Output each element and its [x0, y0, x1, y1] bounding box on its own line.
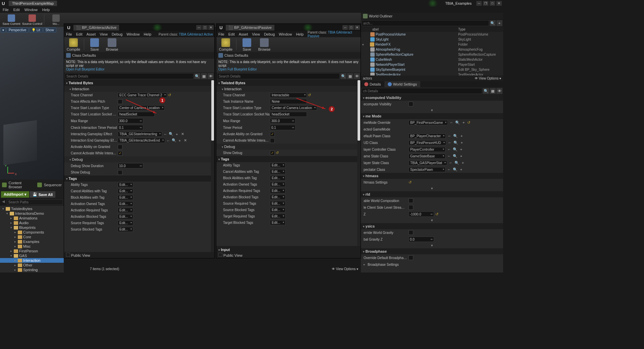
spinner-input[interactable]: 0.1	[118, 125, 143, 130]
checkbox[interactable]	[118, 170, 122, 175]
browse-icon[interactable]: 🔍	[453, 167, 458, 172]
bp-menu-item[interactable]: Edit	[76, 32, 83, 36]
spinner-input[interactable]: 300.0	[118, 118, 143, 123]
spinner-input[interactable]: 0.1	[270, 125, 296, 130]
subcategory-interaction[interactable]: Interaction	[64, 86, 214, 92]
text-input[interactable]	[118, 112, 155, 117]
scrollbar[interactable]	[211, 80, 214, 252]
eye-icon[interactable]: 👁	[208, 73, 214, 79]
dropdown[interactable]: SpectatorPawn	[409, 167, 445, 172]
edit-dropdown[interactable]: Edit...	[118, 227, 133, 232]
category-tags[interactable]: Tags	[216, 156, 361, 162]
use-icon[interactable]: ←	[163, 132, 168, 137]
outliner-search-input[interactable]	[362, 20, 489, 26]
subcategory-debug[interactable]: Debug	[216, 144, 361, 150]
browse-icon[interactable]: 🔍	[453, 147, 458, 152]
ellipsis-icon[interactable]: ▾	[361, 107, 503, 113]
search-icon[interactable]: 🔍	[340, 73, 346, 79]
use-icon[interactable]: ←	[447, 147, 451, 152]
parent-class-link[interactable]: TBIA GAInteract Active	[179, 33, 213, 36]
text-input[interactable]	[270, 99, 307, 104]
outliner-row[interactable]: ▾RenderFXFolder	[361, 42, 503, 47]
view-options-button[interactable]: 👁 View Options ▾	[332, 267, 358, 271]
category-tags[interactable]: Tags	[64, 176, 214, 182]
bp-minimize-button[interactable]: ─	[196, 25, 202, 30]
edit-dropdown[interactable]: Edit...	[270, 188, 285, 193]
checkbox[interactable]	[409, 205, 413, 210]
browse-icon[interactable]: 🔍	[454, 160, 459, 165]
add-icon[interactable]: +	[459, 154, 464, 158]
tree-item[interactable]: ▸Misc	[0, 244, 64, 249]
open-full-editor-link[interactable]: Open Full Blueprint Editor	[218, 67, 257, 71]
bp-close-button[interactable]: ✕	[355, 25, 360, 30]
add-icon[interactable]: +	[174, 132, 179, 137]
bp-menu-item[interactable]: Window	[279, 32, 292, 36]
edit-dropdown[interactable]: Edit...	[270, 220, 285, 225]
dropdown[interactable]: BP_FirstPersonGame	[409, 120, 448, 125]
edit-dropdown[interactable]: Edit...	[270, 195, 285, 200]
bp-save-button[interactable]: Save	[239, 38, 255, 51]
viewport-show[interactable]: Show	[43, 28, 56, 33]
bp-maximize-button[interactable]: □	[348, 25, 354, 30]
dropdown[interactable]: BP_FirstPersonHUD	[409, 140, 446, 145]
reset-icon[interactable]: ↺	[168, 93, 172, 97]
tree-item[interactable]: ▸FirstPerson	[0, 249, 64, 253]
browse-icon[interactable]: 🔍	[453, 134, 458, 138]
checkbox[interactable]	[409, 102, 413, 106]
tree-item[interactable]: ▾Twistedbytes	[0, 206, 64, 211]
browse-button[interactable]: Browse	[256, 38, 272, 51]
dropdown[interactable]: Center of Camera Location	[118, 105, 165, 110]
edit-dropdown[interactable]: Edit...	[118, 195, 133, 200]
class-defaults-tab[interactable]: Class Defaults	[72, 53, 96, 57]
use-icon[interactable]: ←	[448, 160, 453, 165]
tree-item[interactable]: ▸Maps	[0, 272, 64, 272]
menu-help[interactable]: Help	[42, 8, 50, 12]
browse-icon[interactable]: 🔍	[453, 154, 458, 158]
viewport-lit[interactable]: 💡 Lit	[29, 28, 42, 33]
dropdown[interactable]: PlayerController	[409, 147, 445, 152]
tree-item[interactable]: ▸Audio	[0, 220, 64, 225]
add-icon[interactable]: +	[459, 147, 464, 152]
dropdown[interactable]: Center of Camera Location	[270, 105, 317, 110]
search-icon[interactable]: 🔍	[194, 73, 200, 79]
ellipsis-icon[interactable]: ▾	[361, 186, 503, 191]
search-icon[interactable]: 🔍	[483, 88, 489, 94]
bp-menu-item[interactable]: Window	[126, 32, 140, 36]
browse-icon[interactable]: 🔍	[455, 120, 460, 125]
bp-menu-item[interactable]: Help	[144, 32, 151, 36]
scrollbar[interactable]	[357, 80, 361, 246]
edit-dropdown[interactable]: Edit...	[270, 207, 285, 212]
bp-tab[interactable]: ⬛ BP_GAInteractActive	[73, 25, 119, 31]
search-details-input[interactable]	[65, 73, 194, 79]
source-control-button[interactable]: Source Control	[22, 13, 42, 27]
world-settings-tab[interactable]: World Settings	[384, 81, 420, 87]
checkbox[interactable]	[270, 138, 275, 143]
compile-button[interactable]: Compile	[65, 38, 82, 51]
outliner-row[interactable]: SkySphereBlueprintEdit BP_Sky_Sphere	[361, 67, 503, 72]
bp-menu-item[interactable]: File	[66, 32, 72, 36]
ellipsis-icon[interactable]: ▾	[361, 243, 503, 248]
browse-icon[interactable]: 🔍	[453, 140, 458, 145]
reset-icon[interactable]: ↺	[435, 212, 439, 216]
search-paths-input[interactable]	[7, 199, 63, 205]
checkbox[interactable]	[118, 151, 122, 156]
view-options-button[interactable]: 👁 View Options ▾	[475, 77, 501, 80]
restore-button[interactable]: ❐	[483, 1, 488, 6]
tree-item[interactable]: ▸Other	[0, 263, 64, 267]
open-full-editor-link[interactable]: Open Full Blueprint Editor	[66, 67, 105, 71]
edit-dropdown[interactable]: Edit...	[118, 214, 133, 219]
checkbox[interactable]	[118, 145, 122, 149]
outliner-row[interactable]: CubeMeshStaticMeshActor	[361, 57, 503, 62]
spinner-input[interactable]: 300.0	[270, 118, 296, 123]
add-icon[interactable]: +	[459, 167, 464, 172]
tree-item[interactable]: ▸Sprinting	[0, 267, 64, 272]
outliner-row[interactable]: SkyLightSkyLight	[361, 37, 503, 42]
edit-dropdown[interactable]: Edit...	[118, 220, 133, 226]
checkbox[interactable]	[270, 151, 275, 155]
category-input[interactable]: Input	[218, 247, 359, 253]
edit-dropdown[interactable]: Edit...	[270, 169, 285, 174]
edit-dropdown[interactable]: Edit...	[118, 201, 133, 206]
browse-icon[interactable]: 🔍	[172, 138, 176, 143]
reset-icon[interactable]: ↺	[467, 120, 471, 124]
dropdown[interactable]: BP_PlayerCharacter	[409, 134, 446, 139]
